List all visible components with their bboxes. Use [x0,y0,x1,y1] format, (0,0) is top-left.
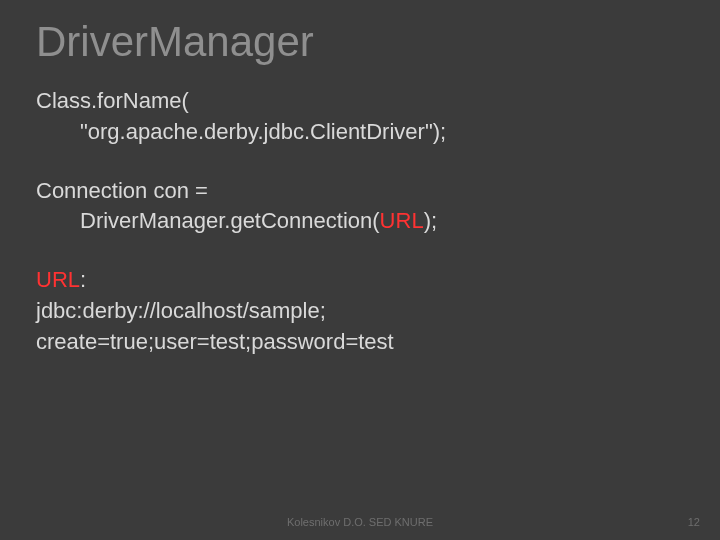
spacer [36,148,684,176]
code-line-5a-url: URL [36,267,80,292]
slide-body: Class.forName( "org.apache.derby.jdbc.Cl… [36,86,684,358]
code-line-5b: : [80,267,86,292]
code-line-4: DriverManager.getConnection(URL); [36,206,684,237]
page-number: 12 [688,516,700,528]
code-line-6: jdbc:derby://localhost/sample; [36,296,684,327]
spacer [36,237,684,265]
code-line-4b-url: URL [380,208,424,233]
code-line-5: URL: [36,265,684,296]
code-line-2: "org.apache.derby.jdbc.ClientDriver"); [36,117,684,148]
slide: DriverManager Class.forName( "org.apache… [0,0,720,540]
slide-title: DriverManager [36,18,684,66]
code-line-7: create=true;user=test;password=test [36,327,684,358]
footer-text: Kolesnikov D.O. SED KNURE [0,516,720,528]
code-line-4a: DriverManager.getConnection( [80,208,380,233]
code-line-3: Connection con = [36,176,684,207]
code-line-1: Class.forName( [36,86,684,117]
code-line-4c: ); [424,208,437,233]
